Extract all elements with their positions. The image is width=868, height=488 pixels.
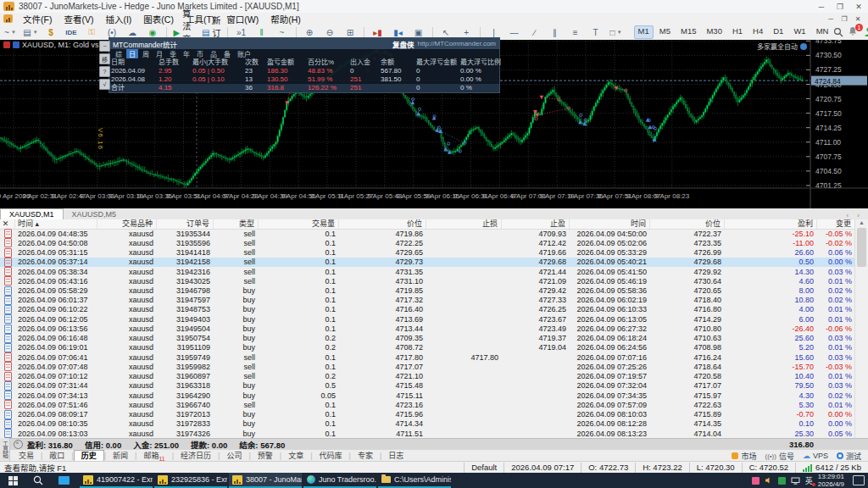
panel-tab-9[interactable]: 账户 [235,49,253,58]
table-scrollbar[interactable]: ▲ ▼ [854,219,868,449]
horizontal-line-button[interactable]: — [505,25,524,40]
quotes-button[interactable]: $ [42,25,60,40]
minimize-icon[interactable]: ─ [812,3,831,11]
taskbar-clock[interactable]: 13:29:01 2026/4/9 [818,473,844,488]
toolbox-tab-3[interactable]: 新闻 [106,451,135,462]
timeframe-h1-button[interactable]: H1 [728,25,747,39]
menu-item-3[interactable]: 图表(C) [137,13,180,25]
panel-tab-4[interactable]: 季 [167,49,179,58]
scroll-up-icon[interactable]: ▲ [855,219,868,225]
taskbar-app-1[interactable]: 232925836 - Exne... [154,473,227,488]
chart-tab-scroll-arrows[interactable]: ‹ › [846,212,863,219]
history-row[interactable]: 2026.04.09 06:01:37xauusd31947597buy0.14… [0,296,868,305]
panel-tab-8[interactable]: 备 [221,49,233,58]
history-row[interactable]: 2026.04.09 07:06:41xauusd31959749sell0.1… [0,352,868,362]
history-row[interactable]: 2026.04.09 07:31:44xauusd31963318buy0.54… [0,381,868,391]
history-row[interactable]: 2026.04.09 06:12:05xauusd31949403buy0.14… [0,314,868,324]
search-icon[interactable] [833,27,843,37]
menu-item-6[interactable]: 帮助(H) [264,13,307,25]
history-row[interactable]: 2026.04.09 05:31:15xauusd31941418sell0.1… [0,247,868,257]
history-row[interactable]: 2026.04.09 07:07:48xauusd31959982sell0.1… [0,362,868,371]
trendline-button[interactable]: ∕ [526,25,544,40]
close-icon[interactable]: ✕ [849,3,868,11]
history-row[interactable]: 2026.04.09 06:19:01xauusd31951109buy0.24… [0,343,868,352]
ea-panel-button-0[interactable]: − [99,41,110,52]
taskbar-search-icon[interactable] [25,473,51,488]
taskbar-app-0[interactable]: 419007422 - Exne... [80,473,153,488]
history-row[interactable]: 2026.04.09 07:51:46xauusd31966740sell0.1… [0,400,868,409]
history-row[interactable]: 2026.04.09 04:50:08xauusd31935596sell0.1… [0,238,868,247]
history-row[interactable]: 2026.04.09 05:43:16xauusd31943025sell0.1… [0,276,868,286]
input-language-indicator[interactable]: 英 [805,475,813,486]
mtcommander-titlebar[interactable]: MTCommander统计 复盘侠 http://MTCommander.com [109,38,499,49]
timeframe-h4-button[interactable]: H4 [748,25,767,39]
menu-item-2[interactable]: 插入(I) [99,13,137,25]
timeframe-m15-button[interactable]: M15 [676,25,700,39]
chart-tab-1[interactable]: XAUUSD,M5 [64,209,125,219]
history-row[interactable]: 2026.04.09 07:34:13xauusd31964290buy0.05… [0,391,868,400]
menu-item-0[interactable]: 文件(F) [17,13,58,25]
tray-volume-icon[interactable] [765,476,773,485]
metaeditor-button[interactable]: IDE [62,25,81,40]
toolbox-tab-0[interactable]: 交易 [12,451,41,462]
shapes-button[interactable]: □▼ [607,25,626,40]
history-row[interactable]: 2026.04.09 07:10:12xauusd31960897sell0.2… [0,372,868,381]
history-row[interactable]: 2026.04.09 05:58:29xauusd31946798buy0.14… [0,286,868,295]
table-close-icon[interactable]: ✕ [0,219,15,229]
channel-button[interactable]: ∥ [546,25,565,40]
history-row[interactable]: 2026.04.09 06:16:48xauusd31950754buy0.24… [0,334,868,343]
start-button[interactable] [0,473,25,488]
restore-icon[interactable]: ❐ [831,3,849,11]
scrollbar-thumb[interactable] [857,228,866,267]
mdi-restore-icon[interactable]: ❐ [837,15,851,23]
toolbox-tab-4[interactable]: 邮箱11 [136,451,171,462]
history-row[interactable]: 2026.04.09 08:10:35xauusd31972833buy0.14… [0,419,868,429]
history-row[interactable]: 2026.04.09 08:13:03xauusd31974326buy0.14… [0,429,868,438]
task-view-button[interactable] [51,473,76,488]
panel-link-2[interactable]: ☁VPS [803,452,828,460]
timeframe-m30-button[interactable]: M30 [702,25,726,39]
mdi-close-icon[interactable]: ✕ [851,15,865,23]
toolbox-tab-11[interactable]: 日志 [381,451,410,462]
taskbar-app-2[interactable]: 38007 - JunoMar... [229,473,302,488]
toolbox-tab-6[interactable]: 公司 [220,451,248,462]
timeframe-m5-button[interactable]: M5 [655,25,675,39]
ea-panel-button-2[interactable]: ? [99,66,110,77]
panel-tab-2[interactable]: 周 [140,49,152,58]
toolbox-tab-9[interactable]: 代码库 [313,451,349,462]
panel-link-0[interactable]: 市场 [732,451,756,462]
timeframe-mn-button[interactable]: MN [812,25,833,39]
toolbox-tab-7[interactable]: 预警 [251,451,280,462]
history-row[interactable]: 2026.04.09 08:09:17xauusd31972013buy0.14… [0,409,868,419]
panel-tab-6[interactable]: 币 [194,49,206,58]
community-person-icon[interactable] [864,27,868,37]
taskbar-app-4[interactable]: C:\Users\Adminis... [378,473,451,488]
status-profile[interactable]: Default [464,463,504,473]
history-row[interactable]: 2026.04.09 06:10:22xauusd31948753buy0.14… [0,305,868,314]
timeframe-d1-button[interactable]: D1 [769,25,787,39]
toolbox-tab-8[interactable]: 文章 [281,451,310,462]
panel-link-1[interactable]: ((•))信号 [765,451,793,462]
panel-link-3[interactable]: 测试 [837,451,861,462]
ea-panel-button-1[interactable]: 移 [99,53,110,64]
history-row[interactable]: 2026.04.09 04:48:35xauusd31935344sell0.1… [0,229,868,238]
chart-tab-0[interactable]: XAUUSD,M1 [0,208,64,219]
chart-type-button[interactable]: ~▼ [1,25,19,40]
tray-app-icon-green[interactable] [778,477,786,485]
menu-item-5[interactable]: 窗口(W) [220,13,264,25]
menu-item-1[interactable]: 查看(V) [58,13,99,25]
timeframe-w1-button[interactable]: W1 [789,25,810,39]
tray-app-icon-pink[interactable] [752,477,760,485]
panel-tab-3[interactable]: 月 [153,49,165,58]
mdi-minimize-icon[interactable]: ─ [824,15,837,23]
taskbar-app-3[interactable]: Juno Tradersroo... [303,473,376,488]
ea-panel-button-3[interactable]: √ [99,79,110,90]
profiles-button[interactable]: ▤▼ [21,25,40,40]
panel-tab-1[interactable]: 日 [126,49,138,58]
panel-tab-5[interactable]: 年 [181,49,192,58]
notifications-bell-icon[interactable]: 1 [848,26,860,38]
toolbox-tab-10[interactable]: 专家 [351,451,380,462]
lock-button[interactable]: ⚿ [82,25,101,40]
history-row[interactable]: 2026.04.09 05:37:14xauusd31942158sell0.1… [0,258,868,267]
toolbox-tab-2[interactable]: 历史 [74,450,104,462]
